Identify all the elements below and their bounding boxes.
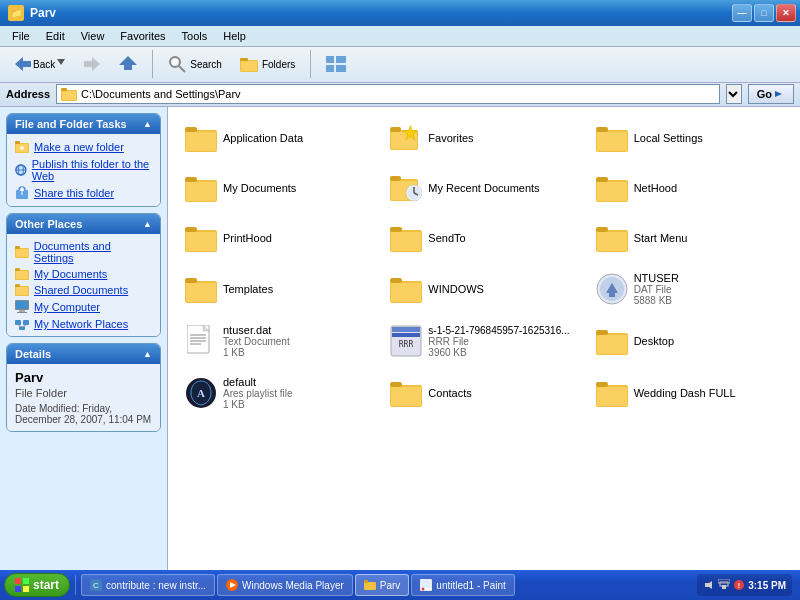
menu-tools[interactable]: Tools	[174, 28, 216, 44]
doc-settings-link[interactable]: Documents and Settings	[15, 240, 152, 264]
file-item-application-data[interactable]: Application Data	[178, 117, 379, 159]
file-item-my-recent-documents[interactable]: My Recent Documents	[383, 167, 584, 209]
up-button[interactable]	[112, 52, 144, 76]
file-item-desktop[interactable]: Desktop	[589, 319, 790, 363]
other-places-header[interactable]: Other Places ▲	[7, 214, 160, 234]
network-icon	[718, 579, 730, 591]
menu-help[interactable]: Help	[215, 28, 254, 44]
forward-button[interactable]	[76, 53, 108, 75]
file-item-default[interactable]: A default Ares playlist file 1 KB	[178, 371, 379, 415]
svg-rect-81	[185, 278, 197, 283]
file-item-contacts[interactable]: Contacts	[383, 371, 584, 415]
file-meta-ntuser: DAT File 5888 KB	[634, 284, 783, 306]
taskbar-item-paint[interactable]: untitled1 - Paint	[411, 574, 515, 596]
go-button[interactable]: Go	[748, 84, 794, 104]
menu-favorites[interactable]: Favorites	[112, 28, 173, 44]
file-item-start-menu[interactable]: Start Menu	[589, 217, 790, 259]
taskbar-item-contribute[interactable]: C contribute : new instr...	[81, 574, 215, 596]
back-button[interactable]: Back	[8, 53, 72, 75]
file-item-favorites[interactable]: Favorites	[383, 117, 584, 159]
file-item-nethood[interactable]: NetHood	[589, 167, 790, 209]
new-folder-label: Make a new folder	[34, 141, 124, 153]
address-dropdown[interactable]	[726, 84, 742, 104]
folders-button[interactable]: Folders	[233, 52, 302, 76]
svg-rect-56	[596, 127, 608, 132]
svg-text:C: C	[93, 581, 99, 590]
network-places-link[interactable]: My Network Places	[15, 318, 152, 330]
details-section: Details ▲ Parv File Folder Date Modified…	[6, 343, 161, 432]
svg-rect-84	[390, 278, 402, 283]
file-item-s-1-5-21[interactable]: RRR s-1-5-21-796845957-1625316... RRR Fi…	[383, 319, 584, 363]
file-item-info-local-settings: Local Settings	[634, 132, 783, 144]
search-button[interactable]: Search	[161, 51, 229, 77]
file-item-local-settings[interactable]: Local Settings	[589, 117, 790, 159]
share-link[interactable]: Share this folder	[15, 186, 152, 200]
svg-rect-31	[15, 246, 20, 249]
svg-rect-44	[23, 320, 29, 325]
svg-rect-57	[597, 132, 627, 151]
file-item-info-desktop: Desktop	[634, 335, 783, 347]
left-panel: File and Folder Tasks ▲ Make a new folde…	[0, 107, 168, 570]
publish-label: Publish this folder to the Web	[32, 158, 152, 182]
file-item-templates[interactable]: Templates	[178, 267, 379, 311]
my-computer-link[interactable]: My Computer	[15, 300, 152, 314]
address-input[interactable]: C:\Documents and Settings\Parv	[56, 84, 720, 104]
file-item-windows[interactable]: WINDOWS	[383, 267, 584, 311]
view-button[interactable]	[319, 52, 353, 76]
my-documents-link[interactable]: My Documents	[15, 268, 152, 280]
file-item-info-ntuser: NTUSER DAT File 5888 KB	[634, 272, 783, 306]
svg-rect-100	[596, 330, 608, 335]
svg-rect-49	[185, 127, 197, 132]
view-icon	[326, 56, 346, 72]
file-item-printhood[interactable]: PrintHood	[178, 217, 379, 259]
up-icon	[119, 56, 137, 72]
file-folder-tasks-header[interactable]: File and Folder Tasks ▲	[7, 114, 160, 134]
taskbar-item-parv[interactable]: Parv	[355, 574, 410, 596]
file-item-info-favorites: Favorites	[428, 132, 577, 144]
svg-marker-1	[57, 59, 65, 65]
start-button[interactable]: start	[4, 573, 70, 597]
svg-rect-114	[23, 586, 29, 592]
minimize-button[interactable]: —	[732, 4, 752, 22]
svg-rect-113	[15, 586, 21, 592]
close-button[interactable]: ✕	[776, 4, 796, 22]
svg-rect-97	[392, 327, 420, 332]
menu-view[interactable]: View	[73, 28, 113, 44]
ntuser-icon	[596, 273, 628, 305]
new-folder-link[interactable]: Make a new folder	[15, 140, 152, 154]
file-item-my-documents[interactable]: My Documents	[178, 167, 379, 209]
search-label: Search	[190, 59, 222, 70]
file-item-wedding-dash[interactable]: Wedding Dash FULL	[589, 371, 790, 415]
svg-rect-9	[241, 61, 257, 71]
svg-rect-60	[186, 182, 216, 201]
parv-folder-icon	[364, 580, 376, 590]
file-name-ntuser: NTUSER	[634, 272, 783, 284]
go-label: Go	[757, 88, 772, 100]
details-name: Parv	[15, 370, 152, 385]
folder-icon-start-menu	[596, 222, 628, 254]
window-title: Parv	[30, 6, 56, 20]
go-arrow-icon	[775, 89, 785, 99]
file-item-sendto[interactable]: SendTo	[383, 217, 584, 259]
menu-bar: File Edit View Favorites Tools Help	[0, 26, 800, 47]
svg-rect-78	[596, 227, 608, 232]
back-dropdown-icon	[57, 59, 65, 69]
details-header[interactable]: Details ▲	[7, 344, 160, 364]
svg-text:!: !	[738, 582, 740, 589]
address-bar: Address C:\Documents and Settings\Parv G…	[0, 83, 800, 107]
file-item-ntuser[interactable]: NTUSER DAT File 5888 KB	[589, 267, 790, 311]
svg-rect-43	[15, 320, 21, 325]
publish-link[interactable]: Publish this folder to the Web	[15, 158, 152, 182]
shared-documents-link[interactable]: Shared Documents	[15, 284, 152, 296]
file-item-ntuser-dat[interactable]: ntuser.dat Text Document 1 KB	[178, 319, 379, 363]
folder-icon-windows	[390, 273, 422, 305]
taskbar-contribute-label: contribute : new instr...	[106, 580, 206, 591]
menu-file[interactable]: File	[4, 28, 38, 44]
toolbar-sep-1	[152, 50, 153, 78]
new-folder-icon	[15, 140, 29, 154]
menu-edit[interactable]: Edit	[38, 28, 73, 44]
file-name-windows: WINDOWS	[428, 283, 577, 295]
svg-rect-8	[240, 58, 248, 61]
taskbar-item-wmp[interactable]: Windows Media Player	[217, 574, 353, 596]
maximize-button[interactable]: □	[754, 4, 774, 22]
